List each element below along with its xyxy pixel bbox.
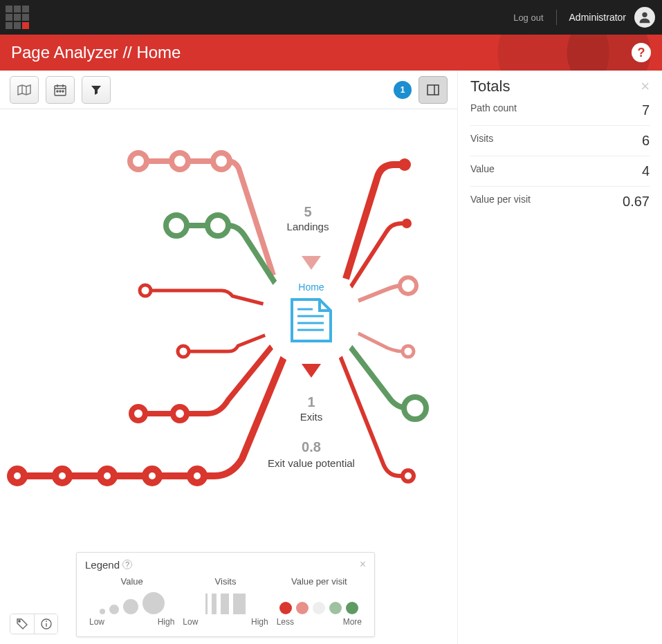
divider <box>556 10 557 25</box>
svg-rect-1 <box>14 6 21 12</box>
svg-point-16 <box>172 153 188 169</box>
svg-point-9 <box>642 12 647 17</box>
map-button[interactable] <box>10 76 39 104</box>
logout-link[interactable]: Log out <box>513 12 543 23</box>
svg-point-23 <box>173 407 187 421</box>
help-button[interactable]: ? <box>632 43 651 62</box>
filter-button[interactable] <box>82 76 111 104</box>
legend-help-icon[interactable]: ? <box>122 560 132 569</box>
svg-rect-2 <box>22 6 29 12</box>
svg-rect-0 <box>6 6 12 12</box>
legend-vpv-title: Value per visit <box>273 576 366 587</box>
page-title: Page Analyzer // Home <box>11 43 181 62</box>
top-bar: Log out Administrator <box>0 0 662 35</box>
evp-label: Exit value potential <box>268 457 355 469</box>
svg-point-11 <box>57 91 58 92</box>
svg-point-42 <box>19 620 20 622</box>
metric-label: Visits <box>470 133 493 149</box>
legend-more: More <box>343 617 362 627</box>
totals-panel: Totals × Path count7 Visits6 Value4 Valu… <box>458 71 662 644</box>
svg-point-25 <box>55 469 69 483</box>
tag-icon[interactable] <box>10 614 34 634</box>
svg-point-17 <box>213 153 230 169</box>
svg-point-32 <box>403 346 414 357</box>
legend-high2: High <box>251 617 268 627</box>
svg-point-29 <box>398 158 411 171</box>
legend-less: Less <box>277 617 294 627</box>
svg-rect-3 <box>6 14 12 21</box>
svg-point-34 <box>403 470 414 481</box>
svg-marker-37 <box>302 364 321 378</box>
svg-point-13 <box>62 91 64 92</box>
legend-high: High <box>158 617 175 627</box>
metric-label: Path count <box>470 102 517 118</box>
page-header: Page Analyzer // Home ? <box>0 35 662 71</box>
center-node-label: Home <box>298 282 324 293</box>
calendar-button[interactable] <box>46 76 75 104</box>
svg-point-26 <box>100 469 114 483</box>
svg-point-27 <box>145 469 159 483</box>
exits-label: Exits <box>300 411 323 423</box>
metric-value: 6 <box>642 133 650 149</box>
svg-rect-5 <box>22 14 29 21</box>
metric-row: Value per visit0.67 <box>470 187 650 217</box>
legend-close-button[interactable]: × <box>360 558 366 571</box>
svg-rect-8 <box>22 22 29 29</box>
svg-point-33 <box>404 397 426 419</box>
username-label: Administrator <box>569 12 626 23</box>
exits-value: 1 <box>307 394 315 410</box>
legend-value-title: Value <box>85 576 178 587</box>
page-count-badge: 1 <box>394 81 412 99</box>
metric-value: 0.67 <box>623 194 650 210</box>
legend-panel: Legend ? × Value LowHigh Visits <box>76 552 375 637</box>
legend-low2: Low <box>183 617 198 627</box>
svg-rect-4 <box>14 14 21 21</box>
svg-point-31 <box>400 277 416 294</box>
landings-value: 5 <box>304 204 311 219</box>
legend-low: Low <box>89 617 104 627</box>
svg-point-12 <box>59 91 61 92</box>
app-logo[interactable] <box>4 4 30 30</box>
svg-point-22 <box>131 407 145 421</box>
svg-point-18 <box>166 215 187 236</box>
metric-row: Visits6 <box>470 126 650 156</box>
metric-row: Path count7 <box>470 95 650 126</box>
svg-rect-7 <box>14 22 21 29</box>
svg-point-45 <box>46 620 47 622</box>
analyzer-pane: 1 <box>0 71 458 644</box>
svg-point-28 <box>190 469 204 483</box>
avatar[interactable] <box>634 7 655 28</box>
metric-value: 4 <box>642 163 650 179</box>
metric-label: Value per visit <box>470 194 531 210</box>
svg-point-30 <box>402 219 412 228</box>
legend-title: Legend <box>85 559 120 571</box>
svg-rect-14 <box>427 85 439 95</box>
svg-point-19 <box>208 215 228 236</box>
metric-row: Value4 <box>470 156 650 187</box>
footer-icon-group <box>10 614 58 634</box>
metric-value: 7 <box>642 102 650 118</box>
totals-title: Totals <box>470 77 510 95</box>
svg-point-24 <box>10 469 24 483</box>
panel-toggle-button[interactable] <box>419 76 448 104</box>
path-diagram[interactable]: Home 5 Landings 1 Exits 0.8 Exit value p… <box>0 109 457 538</box>
info-icon[interactable] <box>34 614 57 634</box>
svg-point-21 <box>178 346 189 357</box>
evp-value: 0.8 <box>302 439 321 454</box>
svg-point-20 <box>140 285 151 296</box>
legend-visits-title: Visits <box>178 576 272 587</box>
totals-close-button[interactable]: × <box>641 77 650 95</box>
svg-rect-6 <box>6 22 12 29</box>
toolbar: 1 <box>0 71 457 109</box>
landings-label: Landings <box>287 221 329 232</box>
svg-point-15 <box>130 153 147 169</box>
metric-label: Value <box>470 163 495 179</box>
